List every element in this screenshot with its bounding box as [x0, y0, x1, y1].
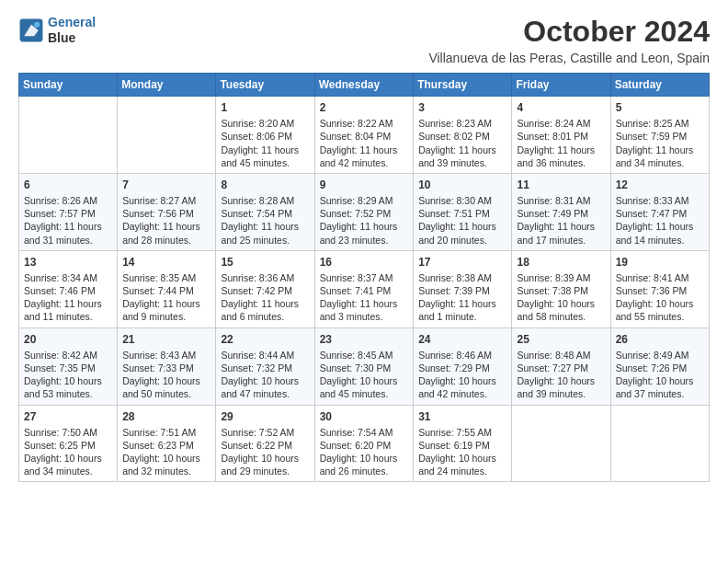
- day-number: 27: [24, 409, 112, 424]
- calendar-week-row: 6Sunrise: 8:26 AM Sunset: 7:57 PM Daylig…: [19, 173, 710, 250]
- day-number: 6: [24, 178, 112, 192]
- calendar-cell: 21Sunrise: 8:43 AM Sunset: 7:33 PM Dayli…: [118, 327, 216, 405]
- day-number: 25: [517, 332, 605, 347]
- day-info: Sunrise: 8:37 AM Sunset: 7:41 PM Dayligh…: [320, 271, 409, 324]
- day-number: 23: [320, 332, 409, 347]
- calendar-cell: 17Sunrise: 8:38 AM Sunset: 7:39 PM Dayli…: [414, 250, 512, 327]
- day-info: Sunrise: 8:20 AM Sunset: 8:06 PM Dayligh…: [221, 117, 309, 169]
- calendar-cell: 7Sunrise: 8:27 AM Sunset: 7:56 PM Daylig…: [118, 173, 216, 250]
- calendar-cell: 28Sunrise: 7:51 AM Sunset: 6:23 PM Dayli…: [118, 405, 216, 482]
- calendar-header-friday: Friday: [512, 74, 610, 97]
- day-info: Sunrise: 7:52 AM Sunset: 6:22 PM Dayligh…: [221, 426, 309, 478]
- day-number: 22: [221, 332, 309, 347]
- day-number: 21: [122, 332, 210, 347]
- calendar-cell: 9Sunrise: 8:29 AM Sunset: 7:52 PM Daylig…: [314, 173, 414, 250]
- calendar-cell: [118, 97, 216, 174]
- day-info: Sunrise: 7:55 AM Sunset: 6:19 PM Dayligh…: [418, 426, 506, 478]
- calendar-cell: 30Sunrise: 7:54 AM Sunset: 6:20 PM Dayli…: [314, 405, 414, 482]
- day-number: 24: [418, 332, 506, 347]
- calendar-cell: 18Sunrise: 8:39 AM Sunset: 7:38 PM Dayli…: [512, 250, 610, 327]
- day-info: Sunrise: 8:43 AM Sunset: 7:33 PM Dayligh…: [122, 349, 210, 401]
- day-info: Sunrise: 8:34 AM Sunset: 7:46 PM Dayligh…: [24, 271, 112, 324]
- calendar-cell: 14Sunrise: 8:35 AM Sunset: 7:44 PM Dayli…: [118, 250, 216, 327]
- day-info: Sunrise: 8:30 AM Sunset: 7:51 PM Dayligh…: [418, 194, 506, 247]
- logo: General Blue: [18, 15, 96, 46]
- day-number: 5: [616, 100, 704, 115]
- day-number: 17: [418, 255, 506, 270]
- calendar-cell: 23Sunrise: 8:45 AM Sunset: 7:30 PM Dayli…: [314, 327, 414, 405]
- day-info: Sunrise: 8:27 AM Sunset: 7:56 PM Dayligh…: [122, 194, 210, 247]
- day-number: 19: [616, 255, 704, 270]
- day-info: Sunrise: 8:26 AM Sunset: 7:57 PM Dayligh…: [24, 194, 112, 247]
- calendar-table: SundayMondayTuesdayWednesdayThursdayFrid…: [18, 73, 710, 482]
- calendar-cell: 6Sunrise: 8:26 AM Sunset: 7:57 PM Daylig…: [19, 173, 118, 250]
- day-number: 4: [517, 100, 605, 115]
- calendar-cell: 5Sunrise: 8:25 AM Sunset: 7:59 PM Daylig…: [610, 97, 709, 174]
- calendar-cell: 31Sunrise: 7:55 AM Sunset: 6:19 PM Dayli…: [414, 405, 512, 482]
- calendar-cell: 26Sunrise: 8:49 AM Sunset: 7:26 PM Dayli…: [610, 327, 709, 405]
- calendar-cell: 22Sunrise: 8:44 AM Sunset: 7:32 PM Dayli…: [216, 327, 314, 405]
- day-number: 30: [320, 409, 409, 424]
- logo-icon: [18, 17, 44, 43]
- page-subtitle: Villanueva de las Peras, Castille and Le…: [428, 51, 710, 65]
- day-info: Sunrise: 8:45 AM Sunset: 7:30 PM Dayligh…: [320, 349, 409, 401]
- calendar-cell: 4Sunrise: 8:24 AM Sunset: 8:01 PM Daylig…: [512, 97, 610, 174]
- calendar-cell: 24Sunrise: 8:46 AM Sunset: 7:29 PM Dayli…: [414, 327, 512, 405]
- day-info: Sunrise: 7:51 AM Sunset: 6:23 PM Dayligh…: [122, 426, 210, 478]
- calendar-cell: 15Sunrise: 8:36 AM Sunset: 7:42 PM Dayli…: [216, 250, 314, 327]
- calendar-body: 1Sunrise: 8:20 AM Sunset: 8:06 PM Daylig…: [19, 97, 710, 482]
- calendar-cell: 16Sunrise: 8:37 AM Sunset: 7:41 PM Dayli…: [314, 250, 414, 327]
- day-info: Sunrise: 7:50 AM Sunset: 6:25 PM Dayligh…: [24, 426, 112, 478]
- day-number: 9: [320, 178, 409, 192]
- day-info: Sunrise: 8:46 AM Sunset: 7:29 PM Dayligh…: [418, 349, 506, 401]
- day-number: 8: [221, 178, 309, 192]
- calendar-header-saturday: Saturday: [610, 74, 709, 97]
- calendar-cell: 25Sunrise: 8:48 AM Sunset: 7:27 PM Dayli…: [512, 327, 610, 405]
- day-info: Sunrise: 8:38 AM Sunset: 7:39 PM Dayligh…: [418, 271, 506, 324]
- day-number: 13: [24, 255, 112, 270]
- calendar-cell: 2Sunrise: 8:22 AM Sunset: 8:04 PM Daylig…: [314, 97, 414, 174]
- day-number: 20: [24, 332, 112, 347]
- calendar-cell: 10Sunrise: 8:30 AM Sunset: 7:51 PM Dayli…: [414, 173, 512, 250]
- calendar-cell: 29Sunrise: 7:52 AM Sunset: 6:22 PM Dayli…: [216, 405, 314, 482]
- day-info: Sunrise: 7:54 AM Sunset: 6:20 PM Dayligh…: [320, 426, 409, 478]
- calendar-cell: 1Sunrise: 8:20 AM Sunset: 8:06 PM Daylig…: [216, 97, 314, 174]
- calendar-cell: 11Sunrise: 8:31 AM Sunset: 7:49 PM Dayli…: [512, 173, 610, 250]
- day-number: 10: [418, 178, 506, 192]
- svg-point-2: [34, 21, 40, 27]
- day-number: 18: [517, 255, 605, 270]
- day-info: Sunrise: 8:49 AM Sunset: 7:26 PM Dayligh…: [616, 349, 704, 401]
- day-number: 7: [122, 178, 210, 192]
- day-info: Sunrise: 8:35 AM Sunset: 7:44 PM Dayligh…: [122, 271, 210, 324]
- title-area: October 2024 Villanueva de las Peras, Ca…: [428, 15, 710, 65]
- logo-text: General Blue: [48, 15, 96, 46]
- day-info: Sunrise: 8:25 AM Sunset: 7:59 PM Dayligh…: [616, 117, 704, 169]
- day-info: Sunrise: 8:36 AM Sunset: 7:42 PM Dayligh…: [221, 271, 309, 324]
- calendar-week-row: 20Sunrise: 8:42 AM Sunset: 7:35 PM Dayli…: [19, 327, 710, 405]
- calendar-cell: [512, 405, 610, 482]
- day-number: 31: [418, 409, 506, 424]
- day-number: 12: [616, 178, 704, 192]
- calendar-cell: 20Sunrise: 8:42 AM Sunset: 7:35 PM Dayli…: [19, 327, 118, 405]
- day-number: 14: [122, 255, 210, 270]
- calendar-header-monday: Monday: [118, 74, 216, 97]
- day-info: Sunrise: 8:29 AM Sunset: 7:52 PM Dayligh…: [320, 194, 409, 247]
- day-info: Sunrise: 8:42 AM Sunset: 7:35 PM Dayligh…: [24, 349, 112, 401]
- day-number: 26: [616, 332, 704, 347]
- calendar-cell: 3Sunrise: 8:23 AM Sunset: 8:02 PM Daylig…: [414, 97, 512, 174]
- calendar-week-row: 1Sunrise: 8:20 AM Sunset: 8:06 PM Daylig…: [19, 97, 710, 174]
- day-number: 3: [418, 100, 506, 115]
- day-info: Sunrise: 8:28 AM Sunset: 7:54 PM Dayligh…: [221, 194, 309, 247]
- calendar-week-row: 27Sunrise: 7:50 AM Sunset: 6:25 PM Dayli…: [19, 405, 710, 482]
- calendar-week-row: 13Sunrise: 8:34 AM Sunset: 7:46 PM Dayli…: [19, 250, 710, 327]
- day-info: Sunrise: 8:31 AM Sunset: 7:49 PM Dayligh…: [517, 194, 605, 247]
- day-number: 15: [221, 255, 309, 270]
- calendar-cell: 19Sunrise: 8:41 AM Sunset: 7:36 PM Dayli…: [610, 250, 709, 327]
- day-number: 28: [122, 409, 210, 424]
- day-info: Sunrise: 8:39 AM Sunset: 7:38 PM Dayligh…: [517, 271, 605, 324]
- day-info: Sunrise: 8:48 AM Sunset: 7:27 PM Dayligh…: [517, 349, 605, 401]
- day-number: 16: [320, 255, 409, 270]
- page-title: October 2024: [428, 15, 710, 49]
- day-number: 1: [221, 100, 309, 115]
- day-number: 11: [517, 178, 605, 192]
